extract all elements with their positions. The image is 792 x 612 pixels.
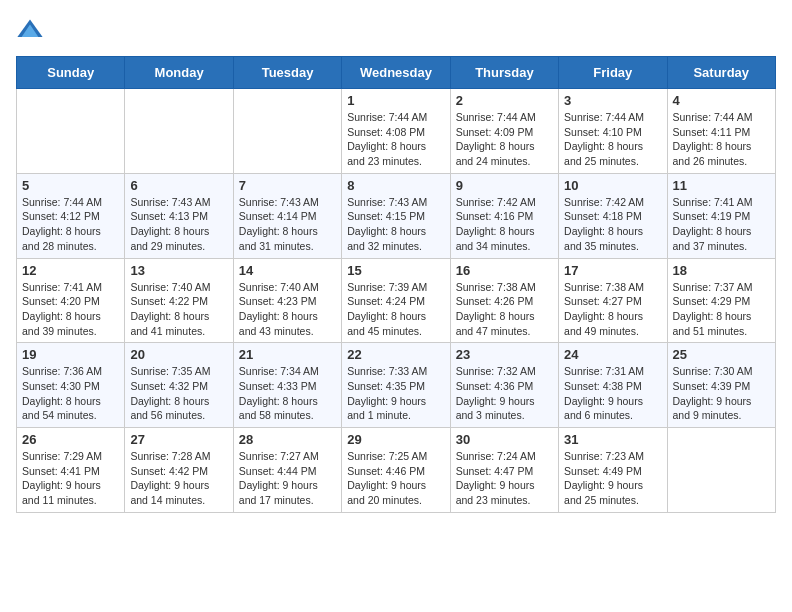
day-number: 28 — [239, 432, 336, 447]
calendar-week-row: 19Sunrise: 7:36 AM Sunset: 4:30 PM Dayli… — [17, 343, 776, 428]
day-info: Sunrise: 7:24 AM Sunset: 4:47 PM Dayligh… — [456, 449, 553, 508]
calendar-day-cell: 23Sunrise: 7:32 AM Sunset: 4:36 PM Dayli… — [450, 343, 558, 428]
day-number: 25 — [673, 347, 770, 362]
day-number: 16 — [456, 263, 553, 278]
day-number: 15 — [347, 263, 444, 278]
calendar-day-cell — [233, 89, 341, 174]
page-header — [16, 16, 776, 44]
day-info: Sunrise: 7:44 AM Sunset: 4:09 PM Dayligh… — [456, 110, 553, 169]
calendar-day-cell: 16Sunrise: 7:38 AM Sunset: 4:26 PM Dayli… — [450, 258, 558, 343]
day-info: Sunrise: 7:30 AM Sunset: 4:39 PM Dayligh… — [673, 364, 770, 423]
day-info: Sunrise: 7:40 AM Sunset: 4:22 PM Dayligh… — [130, 280, 227, 339]
calendar-day-cell: 29Sunrise: 7:25 AM Sunset: 4:46 PM Dayli… — [342, 428, 450, 513]
day-number: 23 — [456, 347, 553, 362]
day-number: 11 — [673, 178, 770, 193]
day-info: Sunrise: 7:44 AM Sunset: 4:11 PM Dayligh… — [673, 110, 770, 169]
day-info: Sunrise: 7:38 AM Sunset: 4:27 PM Dayligh… — [564, 280, 661, 339]
calendar-day-cell: 12Sunrise: 7:41 AM Sunset: 4:20 PM Dayli… — [17, 258, 125, 343]
calendar-day-cell: 14Sunrise: 7:40 AM Sunset: 4:23 PM Dayli… — [233, 258, 341, 343]
day-of-week-header: Tuesday — [233, 57, 341, 89]
day-info: Sunrise: 7:23 AM Sunset: 4:49 PM Dayligh… — [564, 449, 661, 508]
calendar-day-cell: 9Sunrise: 7:42 AM Sunset: 4:16 PM Daylig… — [450, 173, 558, 258]
day-info: Sunrise: 7:42 AM Sunset: 4:16 PM Dayligh… — [456, 195, 553, 254]
day-of-week-header: Friday — [559, 57, 667, 89]
day-info: Sunrise: 7:25 AM Sunset: 4:46 PM Dayligh… — [347, 449, 444, 508]
calendar-day-cell: 19Sunrise: 7:36 AM Sunset: 4:30 PM Dayli… — [17, 343, 125, 428]
calendar-day-cell: 22Sunrise: 7:33 AM Sunset: 4:35 PM Dayli… — [342, 343, 450, 428]
day-info: Sunrise: 7:44 AM Sunset: 4:10 PM Dayligh… — [564, 110, 661, 169]
calendar-day-cell: 21Sunrise: 7:34 AM Sunset: 4:33 PM Dayli… — [233, 343, 341, 428]
day-info: Sunrise: 7:40 AM Sunset: 4:23 PM Dayligh… — [239, 280, 336, 339]
calendar-day-cell: 27Sunrise: 7:28 AM Sunset: 4:42 PM Dayli… — [125, 428, 233, 513]
calendar-day-cell: 20Sunrise: 7:35 AM Sunset: 4:32 PM Dayli… — [125, 343, 233, 428]
calendar-day-cell: 31Sunrise: 7:23 AM Sunset: 4:49 PM Dayli… — [559, 428, 667, 513]
day-info: Sunrise: 7:43 AM Sunset: 4:13 PM Dayligh… — [130, 195, 227, 254]
calendar-day-cell: 25Sunrise: 7:30 AM Sunset: 4:39 PM Dayli… — [667, 343, 775, 428]
calendar-day-cell: 7Sunrise: 7:43 AM Sunset: 4:14 PM Daylig… — [233, 173, 341, 258]
day-number: 17 — [564, 263, 661, 278]
calendar-week-row: 12Sunrise: 7:41 AM Sunset: 4:20 PM Dayli… — [17, 258, 776, 343]
day-info: Sunrise: 7:41 AM Sunset: 4:20 PM Dayligh… — [22, 280, 119, 339]
day-number: 27 — [130, 432, 227, 447]
day-info: Sunrise: 7:33 AM Sunset: 4:35 PM Dayligh… — [347, 364, 444, 423]
calendar-day-cell: 28Sunrise: 7:27 AM Sunset: 4:44 PM Dayli… — [233, 428, 341, 513]
calendar-week-row: 26Sunrise: 7:29 AM Sunset: 4:41 PM Dayli… — [17, 428, 776, 513]
day-number: 29 — [347, 432, 444, 447]
day-of-week-header: Monday — [125, 57, 233, 89]
calendar-day-cell: 11Sunrise: 7:41 AM Sunset: 4:19 PM Dayli… — [667, 173, 775, 258]
day-info: Sunrise: 7:28 AM Sunset: 4:42 PM Dayligh… — [130, 449, 227, 508]
day-info: Sunrise: 7:32 AM Sunset: 4:36 PM Dayligh… — [456, 364, 553, 423]
calendar-header-row: SundayMondayTuesdayWednesdayThursdayFrid… — [17, 57, 776, 89]
day-number: 10 — [564, 178, 661, 193]
calendar-day-cell: 17Sunrise: 7:38 AM Sunset: 4:27 PM Dayli… — [559, 258, 667, 343]
day-of-week-header: Thursday — [450, 57, 558, 89]
day-info: Sunrise: 7:44 AM Sunset: 4:12 PM Dayligh… — [22, 195, 119, 254]
calendar-day-cell: 5Sunrise: 7:44 AM Sunset: 4:12 PM Daylig… — [17, 173, 125, 258]
day-number: 4 — [673, 93, 770, 108]
day-info: Sunrise: 7:31 AM Sunset: 4:38 PM Dayligh… — [564, 364, 661, 423]
calendar-day-cell: 26Sunrise: 7:29 AM Sunset: 4:41 PM Dayli… — [17, 428, 125, 513]
day-info: Sunrise: 7:43 AM Sunset: 4:14 PM Dayligh… — [239, 195, 336, 254]
calendar-day-cell: 24Sunrise: 7:31 AM Sunset: 4:38 PM Dayli… — [559, 343, 667, 428]
calendar-table: SundayMondayTuesdayWednesdayThursdayFrid… — [16, 56, 776, 513]
day-info: Sunrise: 7:39 AM Sunset: 4:24 PM Dayligh… — [347, 280, 444, 339]
day-number: 18 — [673, 263, 770, 278]
day-number: 21 — [239, 347, 336, 362]
calendar-day-cell: 1Sunrise: 7:44 AM Sunset: 4:08 PM Daylig… — [342, 89, 450, 174]
day-number: 13 — [130, 263, 227, 278]
day-number: 6 — [130, 178, 227, 193]
day-number: 3 — [564, 93, 661, 108]
calendar-day-cell: 13Sunrise: 7:40 AM Sunset: 4:22 PM Dayli… — [125, 258, 233, 343]
day-number: 8 — [347, 178, 444, 193]
day-of-week-header: Saturday — [667, 57, 775, 89]
day-number: 24 — [564, 347, 661, 362]
day-info: Sunrise: 7:37 AM Sunset: 4:29 PM Dayligh… — [673, 280, 770, 339]
day-info: Sunrise: 7:36 AM Sunset: 4:30 PM Dayligh… — [22, 364, 119, 423]
calendar-day-cell: 2Sunrise: 7:44 AM Sunset: 4:09 PM Daylig… — [450, 89, 558, 174]
calendar-day-cell: 3Sunrise: 7:44 AM Sunset: 4:10 PM Daylig… — [559, 89, 667, 174]
day-info: Sunrise: 7:42 AM Sunset: 4:18 PM Dayligh… — [564, 195, 661, 254]
day-number: 1 — [347, 93, 444, 108]
day-number: 5 — [22, 178, 119, 193]
day-info: Sunrise: 7:43 AM Sunset: 4:15 PM Dayligh… — [347, 195, 444, 254]
day-of-week-header: Sunday — [17, 57, 125, 89]
day-number: 31 — [564, 432, 661, 447]
calendar-week-row: 1Sunrise: 7:44 AM Sunset: 4:08 PM Daylig… — [17, 89, 776, 174]
logo — [16, 16, 48, 44]
day-info: Sunrise: 7:44 AM Sunset: 4:08 PM Dayligh… — [347, 110, 444, 169]
calendar-day-cell — [667, 428, 775, 513]
day-number: 9 — [456, 178, 553, 193]
calendar-day-cell: 8Sunrise: 7:43 AM Sunset: 4:15 PM Daylig… — [342, 173, 450, 258]
day-number: 12 — [22, 263, 119, 278]
calendar-week-row: 5Sunrise: 7:44 AM Sunset: 4:12 PM Daylig… — [17, 173, 776, 258]
calendar-day-cell: 4Sunrise: 7:44 AM Sunset: 4:11 PM Daylig… — [667, 89, 775, 174]
day-info: Sunrise: 7:41 AM Sunset: 4:19 PM Dayligh… — [673, 195, 770, 254]
calendar-day-cell: 15Sunrise: 7:39 AM Sunset: 4:24 PM Dayli… — [342, 258, 450, 343]
day-number: 14 — [239, 263, 336, 278]
day-number: 20 — [130, 347, 227, 362]
day-info: Sunrise: 7:29 AM Sunset: 4:41 PM Dayligh… — [22, 449, 119, 508]
day-of-week-header: Wednesday — [342, 57, 450, 89]
calendar-day-cell — [125, 89, 233, 174]
day-info: Sunrise: 7:35 AM Sunset: 4:32 PM Dayligh… — [130, 364, 227, 423]
day-info: Sunrise: 7:27 AM Sunset: 4:44 PM Dayligh… — [239, 449, 336, 508]
